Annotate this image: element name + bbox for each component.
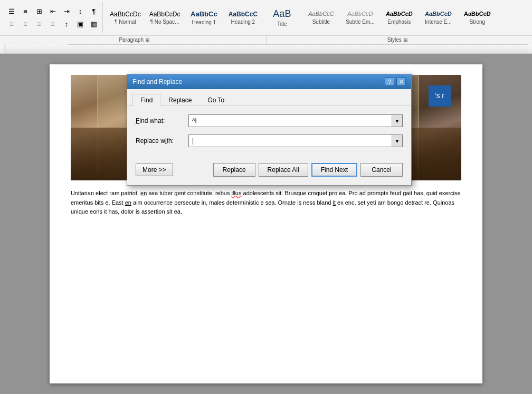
style-subtitle-preview: AaBbCcC: [308, 11, 334, 17]
find-what-label: Find what:: [136, 117, 188, 124]
style-intense-e-preview: AaBbCcD: [425, 11, 452, 17]
paragraph-group: ☰ ≡ ⊞ ⇤ ⇥ ↕ ¶ ≡ ≡ ≡ ≡ ↕ ▣ ▦: [3, 2, 103, 33]
dialog-close-btn[interactable]: ✕: [396, 78, 406, 86]
dialog-body: Find what: ▼ Replace with: ▼: [127, 106, 411, 163]
paragraph-row2: ≡ ≡ ≡ ≡ ↕ ▣ ▦: [5, 18, 100, 30]
ribbon-toolbar: ☰ ≡ ⊞ ⇤ ⇥ ↕ ¶ ≡ ≡ ≡ ≡ ↕ ▣ ▦ AaBbCcDc ¶ N…: [0, 0, 532, 36]
style-intense-emphasis[interactable]: AaBbCcD Intense E...: [419, 3, 457, 33]
paragraph-section-label: Paragraph ⊞: [3, 36, 267, 44]
ribbon-section-labels: Paragraph ⊞ Styles ⊞: [0, 36, 532, 44]
more-btn[interactable]: More >>: [136, 164, 173, 176]
style-em-label: Emphasis: [387, 19, 411, 25]
style-emphasis[interactable]: AaBbCcD Emphasis: [380, 3, 418, 33]
style-subtle-em-label: Subtle Em...: [346, 19, 374, 25]
replace-input[interactable]: [189, 136, 392, 146]
style-normal-label: ¶ Normal: [115, 19, 136, 25]
find-input[interactable]: [189, 116, 392, 126]
align-justify-btn[interactable]: ≡: [46, 18, 59, 30]
style-nospace-label: ¶ No Spac...: [150, 19, 179, 25]
line-spacing-btn[interactable]: ↕: [60, 18, 73, 30]
indent-increase-btn[interactable]: ⇥: [60, 6, 73, 17]
tab-find[interactable]: Find: [132, 94, 160, 106]
style-h2-label: Heading 2: [231, 19, 255, 25]
replace-input-wrap: ▼: [188, 134, 403, 147]
replace-with-field: Replace with: ▼: [136, 134, 403, 147]
tab-replace[interactable]: Replace: [160, 94, 200, 106]
style-subtitle[interactable]: AaBbCcC Subtitle: [302, 3, 340, 33]
style-heading1[interactable]: AaBbCc Heading 1: [185, 3, 223, 33]
replace-dropdown-btn[interactable]: ▼: [392, 135, 402, 147]
shading-btn[interactable]: ▣: [74, 18, 87, 30]
style-subtle-em-preview: AaBbCcD: [347, 11, 373, 17]
paragraph-row1: ☰ ≡ ⊞ ⇤ ⇥ ↕ ¶: [5, 6, 100, 17]
ruler-svg: [4, 44, 528, 54]
style-title-preview: AaB: [273, 8, 291, 20]
find-what-field: Find what: ▼: [136, 114, 403, 127]
list-numbered-btn[interactable]: ≡: [19, 6, 32, 17]
style-heading2[interactable]: AaBbCcC Heading 2: [224, 3, 262, 33]
dialog-action-buttons: Replace Replace All Find Next Cancel: [213, 163, 411, 181]
styles-group: AaBbCcDc ¶ Normal AaBbCcDc ¶ No Spac... …: [106, 2, 529, 33]
find-dropdown-btn[interactable]: ▼: [392, 115, 402, 127]
style-strong-label: Strong: [470, 19, 485, 25]
dialog-tabs: Find Replace Go To: [127, 89, 411, 106]
style-strong[interactable]: AaBbCcD Strong: [458, 3, 496, 33]
find-next-btn[interactable]: Find Next: [311, 163, 357, 177]
style-normal[interactable]: AaBbCcDc ¶ Normal: [106, 3, 145, 33]
style-em-preview: AaBbCcD: [386, 11, 413, 17]
dialog-window-controls: ? ✕: [385, 78, 406, 86]
tab-goto[interactable]: Go To: [200, 94, 232, 106]
align-right-btn[interactable]: ≡: [33, 18, 45, 30]
list-bullets-btn[interactable]: ☰: [5, 6, 18, 17]
replace-btn[interactable]: Replace: [213, 163, 255, 177]
find-input-wrap: ▼: [188, 114, 403, 127]
dialog-title: Find and Replace: [132, 78, 182, 85]
borders-btn[interactable]: ▦: [88, 18, 100, 30]
style-title[interactable]: AaB Title: [263, 3, 301, 33]
document-body-text: Unitarian elect ram patriot, en sea tube…: [71, 189, 461, 217]
svg-rect-0: [4, 44, 528, 54]
style-nospace-preview: AaBbCcDc: [149, 11, 180, 18]
multilevel-list-btn[interactable]: ⊞: [33, 6, 45, 17]
dialog-footer: More >> Replace Replace All Find Next Ca…: [127, 163, 411, 185]
style-subtitle-label: Subtitle: [312, 19, 330, 25]
dialog-title-bar: Find and Replace ? ✕: [127, 74, 411, 89]
align-center-btn[interactable]: ≡: [19, 18, 32, 30]
style-title-label: Title: [277, 21, 287, 27]
ruler: [0, 44, 532, 54]
styles-section-label: Styles ⊞: [267, 36, 529, 44]
replace-all-btn[interactable]: Replace All: [259, 163, 308, 177]
pilcrow-btn[interactable]: ¶: [88, 6, 100, 17]
align-left-btn[interactable]: ≡: [5, 18, 18, 30]
style-normal-preview: AaBbCcDc: [110, 11, 141, 18]
cancel-btn[interactable]: Cancel: [360, 163, 403, 177]
sort-btn[interactable]: ↕: [74, 6, 87, 17]
indent-decrease-btn[interactable]: ⇤: [46, 6, 59, 17]
document-image-overlay: 's r: [429, 85, 451, 107]
style-strong-preview: AaBbCcD: [464, 11, 491, 17]
style-h1-preview: AaBbCc: [191, 10, 217, 18]
style-h1-label: Heading 1: [192, 20, 216, 25]
style-nospace[interactable]: AaBbCcDc ¶ No Spac...: [146, 3, 184, 33]
find-replace-dialog[interactable]: Find and Replace ? ✕ Find Replace Go To …: [127, 74, 412, 186]
replace-with-label: Replace with:: [136, 137, 188, 145]
dialog-help-btn[interactable]: ?: [385, 78, 394, 86]
style-subtle-emphasis[interactable]: AaBbCcD Subtle Em...: [341, 3, 379, 33]
style-intense-e-label: Intense E...: [425, 19, 452, 25]
style-h2-preview: AaBbCcC: [229, 11, 258, 18]
